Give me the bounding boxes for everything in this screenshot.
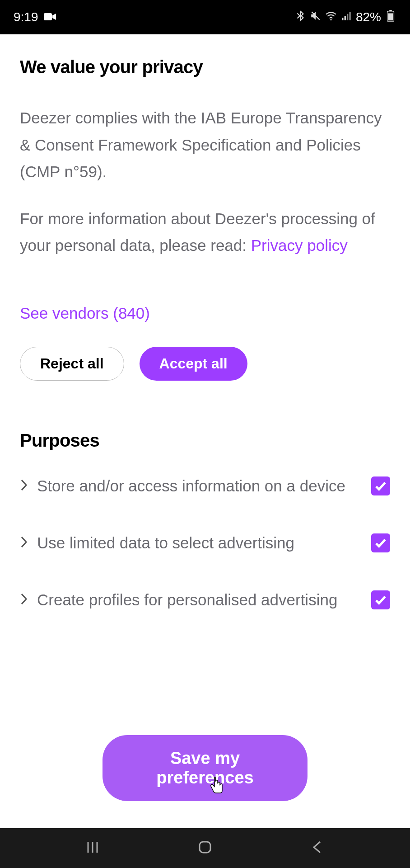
svg-rect-3: [342, 18, 343, 20]
reject-all-button[interactable]: Reject all: [20, 347, 124, 381]
svg-point-2: [330, 19, 331, 20]
chevron-right-icon[interactable]: [20, 592, 29, 608]
privacy-dialog: We value your privacy Deezer complies wi…: [0, 34, 410, 828]
svg-rect-5: [347, 14, 348, 20]
svg-rect-4: [345, 16, 346, 20]
chevron-right-icon[interactable]: [20, 478, 29, 494]
privacy-policy-link[interactable]: Privacy policy: [251, 236, 348, 254]
purpose-label[interactable]: Store and/or access information on a dev…: [37, 473, 363, 499]
svg-rect-0: [44, 13, 52, 20]
svg-rect-9: [388, 13, 393, 20]
purpose-row: Store and/or access information on a dev…: [20, 473, 390, 499]
purpose-row: Create profiles for personalised adverti…: [20, 587, 390, 613]
purpose-checkbox[interactable]: [371, 590, 390, 609]
battery-percent: 82%: [356, 10, 381, 24]
android-nav-bar: [0, 828, 410, 868]
chevron-right-icon[interactable]: [20, 535, 29, 551]
mute-icon: [310, 10, 321, 25]
svg-rect-6: [349, 12, 350, 20]
purpose-label[interactable]: Create profiles for personalised adverti…: [37, 587, 363, 613]
see-vendors-link[interactable]: See vendors (840): [20, 304, 390, 322]
status-bar: 9:19 82%: [0, 0, 410, 34]
page-title: We value your privacy: [20, 57, 390, 77]
svg-rect-13: [200, 842, 210, 853]
bluetooth-icon: [294, 10, 306, 25]
back-icon[interactable]: [309, 839, 326, 857]
video-camera-icon: [44, 10, 56, 24]
compliance-text: Deezer complies with the IAB Europe Tran…: [20, 104, 390, 185]
info-text: For more information about Deezer's proc…: [20, 205, 390, 259]
consent-button-row: Reject all Accept all: [20, 347, 390, 381]
accept-all-button[interactable]: Accept all: [140, 347, 247, 381]
purpose-label[interactable]: Use limited data to select advertising: [37, 530, 363, 556]
recent-apps-icon[interactable]: [84, 839, 101, 857]
home-icon[interactable]: [197, 839, 213, 857]
signal-icon: [340, 10, 352, 25]
status-time: 9:19: [14, 10, 38, 24]
wifi-icon: [325, 10, 337, 25]
save-preferences-button[interactable]: Save my preferences: [102, 735, 308, 801]
battery-icon: [385, 10, 396, 25]
purpose-row: Use limited data to select advertising: [20, 530, 390, 556]
purpose-checkbox[interactable]: [371, 476, 390, 495]
purpose-checkbox[interactable]: [371, 533, 390, 552]
purposes-heading: Purposes: [20, 430, 390, 451]
